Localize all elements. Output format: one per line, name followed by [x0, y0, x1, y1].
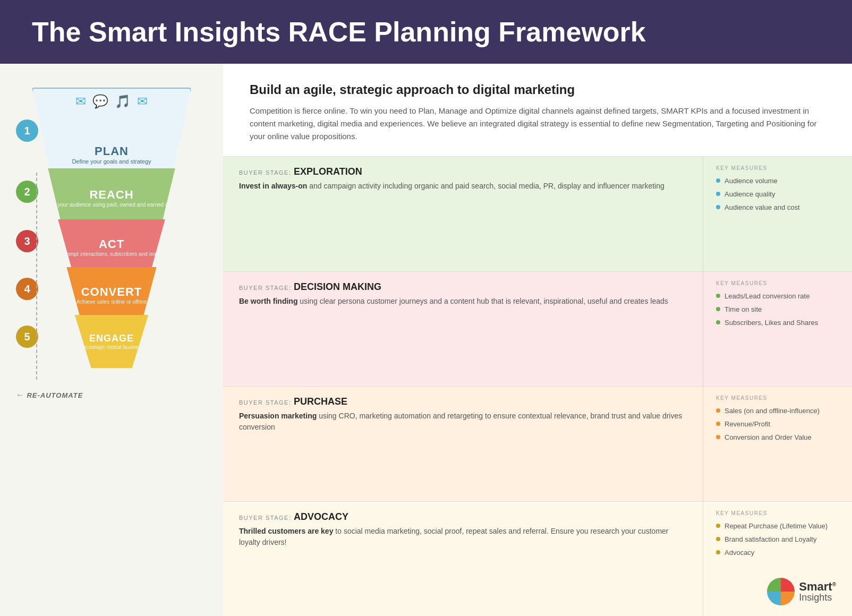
stage-header-convert: BUYER STAGE: PURCHASE [239, 396, 687, 407]
stage-header-reach: BUYER STAGE: EXPLORATION [239, 166, 687, 177]
stage-rows: BUYER STAGE: EXPLORATION Invest in alway… [223, 157, 852, 616]
stage-measures-reach: KEY MEASURES Audience volume Audience qu… [703, 157, 852, 271]
intro-box: Build an agile, strategic approach to di… [223, 64, 852, 157]
stage-measures-convert: KEY MEASURES Sales (on and offline-influ… [703, 387, 852, 501]
dashed-connector [36, 173, 37, 380]
reach-label: REACH [89, 188, 133, 202]
envelope-icon: ✉ [137, 94, 148, 109]
intro-text: Competition is fierce online. To win you… [250, 105, 825, 143]
measure-item: Audience volume [716, 176, 839, 186]
funnel-section: ✉ 💬 🎵 ✉ PLAN Define your goals and strat… [0, 64, 223, 616]
funnel-container: ✉ 💬 🎵 ✉ PLAN Define your goals and strat… [5, 80, 218, 400]
right-section: Build an agile, strategic approach to di… [223, 64, 852, 616]
reach-sublabel: Grow your audience using paid, owned and… [44, 202, 180, 208]
measure-item: Repeat Purchase (Lifetime Value) [716, 521, 839, 531]
page-title: The Smart Insights RACE Planning Framewo… [32, 16, 646, 48]
measure-item: Leads/Lead conversion rate [716, 292, 839, 301]
convert-sublabel: Achieve sales online or offline [76, 299, 147, 305]
stage-body-act: Be worth finding using clear persona cus… [239, 296, 687, 307]
plan-label: PLAN [95, 144, 129, 158]
plan-sublabel: Define your goals and strategy [72, 158, 151, 165]
measure-item: Conversion and Order Value [716, 433, 839, 442]
stage-header-act: BUYER STAGE: DECISION MAKING [239, 281, 687, 293]
measure-dot [716, 178, 720, 183]
measure-dot [716, 537, 720, 541]
act-sublabel: Prompt interactions, subscribers and lea… [62, 251, 162, 257]
funnel-layer-plan: ✉ 💬 🎵 ✉ PLAN Define your goals and strat… [32, 88, 191, 175]
step-circle-2: 2 [16, 181, 38, 203]
measure-dot [716, 408, 720, 413]
stage-measures-act: KEY MEASURES Leads/Lead conversion rate … [703, 272, 852, 387]
measure-item: Time on site [716, 305, 839, 314]
stage-header-engage: BUYER STAGE: ADVOCACY [239, 511, 687, 523]
measure-dot [716, 422, 720, 426]
measure-dot [716, 192, 720, 196]
funnel-layer-engage: ENGAGE Encourage repeat business [71, 315, 152, 368]
stage-row-convert: BUYER STAGE: PURCHASE Persuasion marketi… [223, 387, 852, 502]
stage-main-act: BUYER STAGE: DECISION MAKING Be worth fi… [223, 272, 703, 387]
re-automate-label: RE-AUTOMATE [27, 391, 83, 399]
stage-row-reach: BUYER STAGE: EXPLORATION Invest in alway… [223, 157, 852, 272]
stage-body-reach: Invest in always-on and campaign activit… [239, 181, 687, 192]
step-circle-4: 4 [16, 278, 38, 300]
funnel-layer-reach: REACH Grow your audience using paid, own… [41, 168, 182, 227]
measure-dot [716, 320, 720, 324]
stage-main-reach: BUYER STAGE: EXPLORATION Invest in alway… [223, 157, 703, 271]
measure-dot [716, 205, 720, 209]
stage-main-convert: BUYER STAGE: PURCHASE Persuasion marketi… [223, 387, 703, 501]
measure-dot [716, 307, 720, 311]
act-label: ACT [99, 237, 124, 251]
measure-item: Brand satisfaction and Loyalty [716, 535, 839, 544]
funnel-visual: ✉ 💬 🎵 ✉ PLAN Define your goals and strat… [21, 88, 202, 396]
chat-icon: 💬 [92, 94, 108, 109]
measure-dot [716, 550, 720, 554]
stage-main-engage: BUYER STAGE: ADVOCACY Thrilled customers… [223, 502, 703, 617]
measure-item: Subscribers, Likes and Shares [716, 318, 839, 328]
convert-label: CONVERT [81, 285, 142, 299]
funnel-layer-convert: CONVERT Achieve sales online or offline [62, 267, 161, 323]
stage-body-convert: Persuasion marketing using CRO, marketin… [239, 410, 687, 433]
measure-item: Sales (on and offline-influence) [716, 406, 839, 416]
stage-row-act: BUYER STAGE: DECISION MAKING Be worth fi… [223, 272, 852, 387]
header: The Smart Insights RACE Planning Framewo… [0, 0, 852, 64]
step-circle-5: 5 [16, 326, 38, 348]
music-icon: 🎵 [115, 94, 131, 109]
re-automate-arrow: ← [16, 390, 27, 399]
main-content: ✉ 💬 🎵 ✉ PLAN Define your goals and strat… [0, 64, 852, 616]
step-circle-3: 3 [16, 230, 38, 252]
measure-dot [716, 294, 720, 298]
stage-body-engage: Thrilled customers are key to social med… [239, 526, 687, 548]
email-icon: ✉ [75, 94, 86, 109]
measure-item: Advocacy [716, 548, 839, 558]
measure-dot [716, 524, 720, 528]
engage-label: ENGAGE [89, 333, 134, 344]
logo-insights-text: Insights [799, 593, 836, 602]
logo-smart-text: Smart® [799, 581, 836, 593]
logo-icon [767, 578, 795, 605]
engage-sublabel: Encourage repeat business [79, 344, 144, 350]
stage-row-engage: BUYER STAGE: ADVOCACY Thrilled customers… [223, 502, 852, 617]
measure-item: Revenue/Profit [716, 420, 839, 429]
measure-dot [716, 435, 720, 439]
re-automate-area: ← RE-AUTOMATE [16, 390, 218, 400]
funnel-layer-act: ACT Prompt interactions, subscribers and… [52, 219, 171, 275]
step-circle-1: 1 [16, 119, 38, 142]
logo-text: Smart® Insights [799, 581, 836, 602]
measure-item: Audience value and cost [716, 203, 839, 212]
logo-area: Smart® Insights [767, 578, 836, 605]
intro-title: Build an agile, strategic approach to di… [250, 82, 825, 97]
measure-item: Audience quality [716, 190, 839, 199]
